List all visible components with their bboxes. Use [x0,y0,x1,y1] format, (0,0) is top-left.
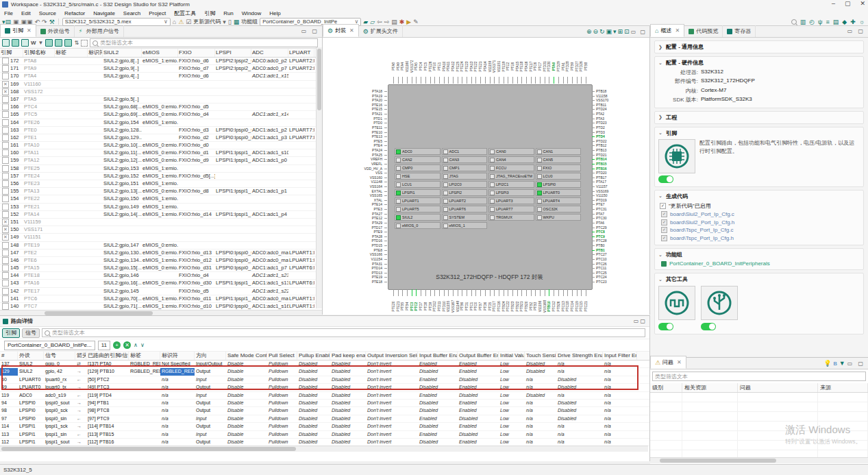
close-icon[interactable]: ✕ [27,27,32,34]
pin-label-VDD_HV_A[interactable]: VDD_HV_A [359,167,382,171]
pin-row[interactable]: 166PTC4SIUL2:gpio,68[...eMIOS_0:emio...F… [0,103,322,111]
peripheral-checkbox[interactable] [490,166,495,171]
row-checkbox[interactable] [2,58,9,64]
row-checkbox[interactable] [2,204,9,210]
pin-label-PTE0[interactable]: PTE0 [432,62,436,71]
section-other-tools[interactable]: ⌄其它工具 [654,273,864,334]
row-checkbox[interactable] [2,303,9,310]
debug-icon[interactable]: ✱ [399,19,405,25]
row-checkbox[interactable] [2,165,9,172]
peripheral-LPSPI2[interactable]: LPSPI2 [442,189,488,196]
pin-row[interactable]: 172PTA8SIUL2:gpio,8[..]eMIOS_1:emio...FX… [0,58,322,65]
pin-label-PTB23[interactable]: PTB23 [510,301,514,311]
peripheral-checkbox[interactable] [443,166,448,171]
row-checkbox[interactable]: ✕ [2,219,9,226]
tab-package[interactable]: ⚙ 封装✕ [323,24,359,37]
pin-label-PTE25[interactable]: PTE25 [456,61,460,71]
column-header[interactable]: FXIO [178,49,215,57]
row-checkbox[interactable] [2,288,9,295]
problems-controls[interactable]: 💡B▼▭ ▢ [823,360,865,367]
pin-label-PTE6[interactable]: PTE6 [510,62,514,71]
row-checkbox[interactable]: ✕ [2,234,9,241]
pin-label-PTC5[interactable]: PTC5 [423,62,427,71]
routing-row[interactable]: 98LPSPI0lpspi0_sck→[98] PTC8n/aOutputDis… [0,407,649,415]
pin-label-PTA19[interactable]: PTA19 [359,94,382,98]
dir-both-icon[interactable] [55,39,62,47]
section-pins[interactable]: ⌄引脚 配置引脚路由，包括功能和电气引脚特性，电压/电源轨，以 [654,127,864,187]
peripheral-checkbox[interactable] [537,174,542,179]
peripheral-checkbox[interactable] [537,199,542,204]
peripheral-CAN5[interactable]: CAN5 [536,156,582,163]
section-general-config[interactable]: ❯配置 - 通用信息 [654,40,864,53]
pin-label-VSS169[interactable]: VSS169 [596,189,608,193]
close-icon[interactable]: ✕ [675,27,680,34]
peripheral-LCU0[interactable]: LCU0 [536,173,582,180]
pin-label-PTB26[interactable]: PTB26 [556,301,560,311]
perspective-pins-icon[interactable]: ▥ [800,19,806,25]
pin-row[interactable]: 140PTC7SIUL2:gpio,71[...eMIOS_1:emio...F… [0,303,322,310]
peripheral-ADC0[interactable]: ADC0 [395,148,441,155]
menu-配置工具[interactable]: 配置工具 [170,10,200,17]
peripheral-CAN4[interactable]: CAN4 [488,156,534,163]
pin-label-PTD1[interactable]: PTD1 [464,302,469,311]
peripheral-checkbox[interactable] [443,199,448,204]
tab-registers[interactable]: 寄存器 [723,25,756,37]
column-header[interactable]: Pad keep enable [330,352,366,360]
pin-label-PTB3[interactable]: PTB3 [533,302,537,311]
column-header[interactable]: LPSPI [215,49,251,57]
row-checkbox[interactable] [2,180,9,187]
tab-code-preview[interactable]: 代码预览 [684,25,723,37]
pane-controls[interactable]: ▭ ▢ [301,28,319,34]
pin-label-PTE9[interactable]: PTE9 [359,230,382,234]
peripheral-checkbox[interactable] [490,191,495,195]
peripheral-checkbox[interactable] [537,207,542,212]
peripheral-HSE[interactable]: HSE [395,173,441,180]
peripheral-CAN3[interactable]: CAN3 [442,156,488,163]
pin-label-PTE8[interactable]: PTE8 [359,248,382,252]
peripheral-checkbox[interactable] [443,215,448,220]
pin-row[interactable]: 161PTA10SIUL2:gpio,10[...eMIOS_0:emio...… [0,142,322,149]
pin-label-V11160[interactable]: V11160 [405,61,409,73]
routing-tab-signals[interactable]: 信号 [22,328,40,338]
menu-Run[interactable]: Run [219,10,238,16]
peripheral-checkbox[interactable] [396,182,401,187]
peripheral-checkbox[interactable] [490,207,495,212]
zoom-in-icon[interactable]: ⊕ [586,28,593,35]
row-checkbox[interactable] [2,111,9,118]
pin-label-PTA14[interactable]: PTA14 [483,62,487,72]
pin-label-PTE16[interactable]: PTE16 [359,103,382,107]
external-icon[interactable]: ✎ [413,19,419,25]
pin-label-VREFH[interactable]: VREFH [359,157,382,161]
pin-label-PTA21[interactable]: PTA21 [359,112,382,116]
row-checkbox[interactable] [2,242,9,249]
pin-label-VSS171[interactable]: VSS171 [492,60,496,73]
row-checkbox[interactable] [2,249,9,256]
pin-label-PTC15[interactable]: PTC15 [579,301,583,312]
peripheral-LPUART0[interactable]: LPUART0 [536,189,582,196]
pin-row[interactable]: 167PTA5SIUL2:gpio,5[..] [0,96,322,103]
pin-label-PTB14[interactable]: PTB14 [596,157,607,161]
pin-row[interactable]: 163PTE0SIUL2:gpio,128...FXIO:fxio_d3LPSP… [0,127,322,134]
tab-overview[interactable]: ⌂ 概述✕ [650,24,684,37]
row-checkbox[interactable]: ✕ [2,226,9,233]
peripheral-LCU1[interactable]: LCU1 [395,181,441,188]
peripheral-LPUART7[interactable]: LPUART7 [488,206,534,212]
pin-label-PTB9[interactable]: PTB9 [570,62,574,71]
peripheral-checkbox[interactable] [443,149,448,154]
pin-label-PTC16[interactable]: PTC16 [497,301,501,312]
pin-label-V11149[interactable]: V11149 [456,301,460,313]
pin-row[interactable]: 158PTE25SIUL2:gpio,153eMIOS_1:emio... [0,165,322,173]
move-down-button[interactable]: ∨ [140,342,145,348]
checkbox-icon[interactable]: ✓ [661,211,667,217]
home-icon[interactable]: ⌂ [173,19,176,25]
row-checkbox[interactable] [2,272,9,279]
column-header[interactable]: 外设 [18,352,44,360]
pin-label-PTD13[interactable]: PTD13 [359,271,382,275]
pin-label-PTB17[interactable]: PTB17 [596,175,606,180]
pin-label-PTA31[interactable]: PTA31 [359,262,382,266]
pin-label-PTB0[interactable]: PTB0 [596,243,605,247]
pin-label-PTD31[interactable]: PTD31 [543,61,547,72]
pin-label-VSS166[interactable]: VSS166 [359,252,382,256]
pin-label-VSS160[interactable]: VSS160 [359,175,382,180]
row-checkbox[interactable]: ✕ [2,88,9,95]
